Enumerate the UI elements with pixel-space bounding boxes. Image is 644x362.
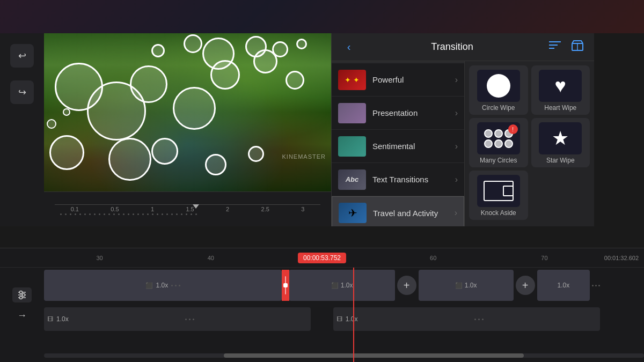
circle bbox=[108, 138, 151, 181]
circle bbox=[130, 65, 167, 103]
back-button[interactable]: ‹ bbox=[340, 39, 357, 56]
playhead-arrow bbox=[193, 204, 199, 209]
clip-speed-1: 1.0x bbox=[156, 282, 169, 289]
clip-3-content: ⬛ 1.0x bbox=[451, 270, 481, 301]
panel-actions bbox=[547, 38, 586, 56]
clip-1-content: ⬛ 1.0x bbox=[141, 270, 185, 301]
watermark: KINEMASTER bbox=[282, 153, 326, 160]
end-timecode: 00:01:32.602 bbox=[604, 255, 639, 261]
circle bbox=[286, 71, 304, 90]
circle-wipe-preview bbox=[477, 70, 520, 102]
clip-speed-4: 1.0x bbox=[557, 282, 569, 289]
abc-text: Abc bbox=[346, 175, 359, 183]
circle-shape bbox=[487, 74, 510, 98]
circle bbox=[173, 87, 216, 130]
bottom-speed-2: 1.0x bbox=[346, 315, 358, 323]
ruler-mark: 2.5 bbox=[261, 206, 269, 212]
chevron-icon-travel: › bbox=[455, 208, 457, 218]
scrollbar-thumb[interactable] bbox=[224, 353, 524, 358]
clip-segment-1[interactable]: ⬛ 1.0x bbox=[44, 270, 282, 301]
ruler-mark: 0.5 bbox=[111, 206, 119, 212]
panel-header: ‹ Transition bbox=[332, 33, 594, 61]
new-badge: ! bbox=[508, 124, 518, 134]
film-icon-2: ⬛ bbox=[331, 282, 339, 289]
clip-segment-4[interactable]: 1.0x bbox=[537, 270, 590, 301]
redo-button[interactable]: ↪ bbox=[10, 80, 34, 104]
heart-wipe-preview: ♥ bbox=[539, 70, 582, 102]
sentimental-thumb bbox=[338, 136, 366, 157]
transition-star-wipe[interactable]: ★ Star Wipe bbox=[531, 118, 590, 167]
add-clip-button-1[interactable]: + bbox=[397, 276, 416, 295]
tl-num-40: 40 bbox=[155, 255, 266, 261]
bottom-dots-2 bbox=[357, 319, 600, 320]
panel-title: Transition bbox=[364, 41, 540, 53]
video-frame: KINEMASTER bbox=[44, 33, 331, 191]
heart-wipe-label: Heart Wipe bbox=[544, 104, 576, 112]
time-indicator bbox=[353, 268, 354, 362]
transition-circle-wipe[interactable]: Circle Wipe bbox=[469, 65, 528, 115]
transition-many-circles[interactable]: ! Many Circles bbox=[469, 118, 528, 167]
chevron-icon-sentimental: › bbox=[455, 142, 458, 151]
undo-button[interactable]: ↩ bbox=[10, 44, 34, 68]
category-label-travel: Travel and Activity bbox=[373, 209, 448, 218]
ruler-dots bbox=[49, 213, 326, 215]
category-label-text: Text Transitions bbox=[372, 175, 449, 184]
circle bbox=[253, 49, 277, 73]
clip-segment-2[interactable]: ⬛ 1.0x bbox=[289, 270, 395, 301]
circle bbox=[296, 39, 307, 49]
track-dots-1 bbox=[171, 285, 180, 286]
top-bar bbox=[0, 0, 644, 33]
tracks-area: ⬛ 1.0x ⬛ 1.0x bbox=[0, 268, 644, 362]
bottom-speed-1: 1.0x bbox=[56, 315, 69, 323]
bottom-tracks: 🎞 1.0x 🎞 1.0x bbox=[44, 304, 600, 328]
main-track: ⬛ 1.0x ⬛ 1.0x bbox=[44, 270, 600, 301]
knock-aside-inner bbox=[503, 186, 514, 196]
ruler-mark: 2 bbox=[226, 206, 229, 212]
knock-aside-shape bbox=[484, 181, 514, 201]
scrollbar-area bbox=[44, 353, 644, 358]
bottom-track-2: 🎞 1.0x bbox=[333, 307, 600, 331]
scrollbar-track[interactable] bbox=[44, 353, 644, 358]
circle bbox=[205, 154, 226, 175]
store-button[interactable] bbox=[569, 38, 586, 56]
ruler-numbers: 0.1 0.5 1 1.5 2 2.5 3 bbox=[49, 205, 326, 213]
category-item-text[interactable]: Abc Text Transitions › bbox=[332, 163, 464, 196]
transition-heart-wipe[interactable]: ♥ Heart Wipe bbox=[531, 65, 590, 115]
circle bbox=[184, 34, 202, 53]
star-decoration: ✦ ✦ bbox=[345, 76, 360, 84]
category-item-travel[interactable]: ✈ Travel and Activity › bbox=[332, 196, 464, 226]
film-icon-b1: 🎞 bbox=[44, 316, 56, 322]
video-preview: KINEMASTER 0.1 0.5 1 1.5 2 2.5 3 bbox=[44, 33, 331, 226]
left-sidebar: ↩ ↪ bbox=[0, 33, 44, 226]
current-timecode: 00:00:53.752 bbox=[298, 253, 346, 263]
sort-button[interactable] bbox=[547, 38, 563, 56]
tl-num-60: 60 bbox=[378, 255, 489, 261]
category-item-presentation[interactable]: Presentation › bbox=[332, 97, 464, 130]
clip-speed-2: 1.0x bbox=[341, 282, 353, 289]
category-label-presentation: Presentation bbox=[372, 108, 449, 117]
transition-marker-active[interactable] bbox=[282, 270, 289, 301]
clip-4-content: 1.0x bbox=[553, 270, 574, 301]
panel-content: ✦ ✦ Powerful › Presentation › Sentimenta… bbox=[332, 61, 594, 226]
ruler-mark: 1 bbox=[151, 206, 154, 212]
circle bbox=[151, 44, 165, 57]
transition-grid: Circle Wipe ♥ Heart Wipe bbox=[465, 61, 594, 226]
category-list: ✦ ✦ Powerful › Presentation › Sentimenta… bbox=[332, 61, 465, 226]
add-clip-button-2[interactable]: + bbox=[516, 276, 535, 295]
category-item-sentimental[interactable]: Sentimental › bbox=[332, 130, 464, 163]
film-icon-1: ⬛ bbox=[145, 282, 153, 289]
knock-aside-preview bbox=[477, 175, 520, 207]
timeline-top-bar: 30 40 50 60 70 00:00:53.752 00:01:32.602 bbox=[0, 248, 644, 268]
circle bbox=[151, 138, 178, 165]
category-item-powerful[interactable]: ✦ ✦ Powerful › bbox=[332, 63, 464, 97]
star-icon: ★ bbox=[552, 127, 569, 150]
circle bbox=[49, 135, 84, 170]
marker-icon bbox=[283, 283, 288, 287]
tl-num-30: 30 bbox=[44, 255, 155, 261]
presentation-thumb bbox=[338, 103, 366, 123]
text-thumb: Abc bbox=[338, 169, 366, 190]
clip-segment-3[interactable]: ⬛ 1.0x bbox=[419, 270, 514, 301]
many-circles-label: Many Circles bbox=[480, 157, 517, 164]
transition-knock-aside[interactable]: Knock Aside bbox=[469, 171, 528, 220]
clip-2-content: ⬛ 1.0x bbox=[327, 270, 357, 301]
